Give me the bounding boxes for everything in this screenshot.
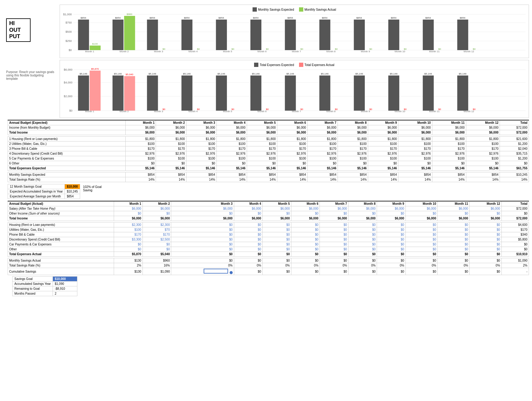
svg-rect-129 [457,75,468,111]
savings-rate-act-row: Total Savings Rate (%) 2%16%0% 0%0%0% 0%… [8,263,529,268]
svg-text:$5,146: $5,146 [114,72,122,75]
svg-text:Month 1: Month 1 [85,50,94,53]
savings-rate-exp-row: Total Savings Rate (%) 14%14%14% 14%14%1… [8,177,529,182]
svg-rect-94 [216,75,227,111]
svg-rect-41 [320,20,331,50]
svg-rect-119 [388,75,399,111]
expected-header-row: Annual Budget (Expected) Month 1 Month 2… [8,120,529,125]
svg-text:$0: $0 [68,49,72,52]
annual-actual-table: Annual Budget (Actual) Month 1 Month 2 M… [8,201,529,275]
svg-rect-81 [124,76,135,111]
svg-text:$5,146: $5,146 [424,72,432,75]
svg-text:$854: $854 [460,17,466,19]
svg-text:$5,146: $5,146 [252,72,260,75]
savings-goal-table: 12 Month Savings Goal $10,000 Expected A… [8,184,80,199]
actual-header-row: Annual Budget (Actual) Month 1 Month 2 M… [8,201,529,206]
avg-value: $854 [65,194,80,199]
svg-text:$5,146: $5,146 [390,72,398,75]
cumulative-input[interactable] [204,269,228,274]
svg-text:Month 7: Month 7 [292,50,301,53]
svg-rect-79 [113,75,124,111]
goal-label: 12 Month Savings Goal [8,184,65,189]
logo: HI OUT PUT [6,18,31,42]
summary-months-row: Months Passed 2 [13,291,77,296]
accumulated-pct: 102% of Goal [83,185,102,189]
svg-rect-99 [250,75,261,111]
phone-act-row: Phone Bill & Cable $170$170$0 $0$0$0 $0$… [8,232,529,237]
goal-value[interactable]: $10,000 [65,184,80,189]
chart2-legend: Total Expenses Expected Total Expenses A… [62,63,526,67]
avg-note: Saving [83,189,102,192]
svg-text:$854: $854 [115,17,121,19]
svg-text:Month 3: Month 3 [154,50,163,53]
monthly-savings-exp-row: Monthly Savings Expected $854$854$854 $8… [8,172,529,177]
bottom-summary: Savings Goal $10,000 Accumulated Savings… [12,276,529,296]
accumulated-value: $10,245 [65,189,80,194]
svg-text:Month 12: Month 12 [464,50,474,53]
svg-text:$5,146: $5,146 [149,72,157,75]
svg-text:$854: $854 [357,17,362,19]
svg-rect-124 [423,75,434,111]
tables-area: Annual Budget (Expected) Month 1 Month 2… [8,120,529,296]
svg-text:$1,000: $1,000 [63,13,72,16]
svg-text:Month 6: Month 6 [257,110,267,112]
utilities-exp-row: 2 Utilities (Water, Gas, Etc.) $100$100$… [8,142,529,146]
summary-remaining-row: Remaining to Goal -$8,910 [13,286,77,291]
svg-text:Month 2: Month 2 [120,50,129,53]
svg-text:Month 3: Month 3 [154,110,163,112]
other-income-row: Other Income (Sum of other sources) $0$0… [8,211,529,216]
legend-actual-color [299,7,303,12]
svg-rect-76 [90,71,101,111]
expenses-chart: Total Expenses Expected Total Expenses A… [60,60,529,118]
savings-goal-area: 12 Month Savings Goal $10,000 Expected A… [8,184,529,199]
svg-rect-26 [216,20,227,50]
other-exp-row: 6 Other $0$0$0 $0$0$0 $0$0$0 $0$0$0 $0 [8,161,529,166]
svg-text:$0: $0 [69,109,72,112]
total-expenses-exp-row: Total Expenses Expected $5,146$5,146$5,1… [8,166,529,171]
housing-exp-row: 1 Housing (Rent or Loan payments) $1,800… [8,137,529,142]
housing-act-row: Housing (Rent or Loan payments) $2,300$2… [8,223,529,227]
svg-rect-84 [147,75,158,111]
svg-rect-46 [354,20,365,50]
svg-text:$5,146: $5,146 [79,72,87,75]
svg-text:Month 5: Month 5 [223,110,232,112]
phone-exp-row: 3 Phone Bill & Cable $170$170$170 $170$1… [8,146,529,151]
bar-act-m1 [90,46,101,50]
other-act-row: Other $0$0$0 $0$0$0 $0$0$0 $0$0$0 $0 [8,247,529,252]
charts-area: Monthly Savings Expected Monthly Savings… [60,5,529,118]
annual-expected-table: Annual Budget (Expected) Month 1 Month 2… [8,120,529,182]
summary-savings-goal-label: Savings Goal [13,277,53,281]
bottom-summary-table: Savings Goal $10,000 Accumulated Savings… [12,276,77,296]
goal-info: 102% of Goal Saving [83,184,102,192]
svg-rect-104 [285,75,296,111]
cumulative-dot [230,271,233,274]
legend-exp-expected: Total Expenses Expected [254,63,294,67]
svg-text:Month 6: Month 6 [257,50,267,53]
svg-text:Month 8: Month 8 [327,50,336,53]
svg-text:$854: $854 [391,17,397,19]
svg-rect-36 [285,20,296,50]
svg-text:$854: $854 [150,17,155,19]
svg-text:Month 5: Month 5 [223,50,232,53]
goal-row: 12 Month Savings Goal $10,000 [8,184,80,189]
legend-actual: Monthly Savings Actual [299,7,336,12]
svg-text:Month 9: Month 9 [361,110,370,112]
summary-savings-goal-value[interactable]: $10,000 [53,277,77,281]
summary-savings-goal-row: Savings Goal $10,000 [13,277,77,281]
svg-rect-89 [182,75,193,111]
svg-rect-56 [423,20,434,50]
accumulated-label: Expected Accumulated Savings in Year [8,189,65,194]
svg-text:Month 12: Month 12 [464,110,474,112]
bar-exp-m2 [113,20,124,50]
car-act-row: Car Payments & Car Expenses $0$0$0 $0$0$… [8,242,529,247]
avg-row: Expected Average Savings per Month $854 [8,194,80,199]
cumulative-row: Cumulative Savings $130$1,090 $0$0$0 $0$… [8,268,529,275]
svg-text:$5,146: $5,146 [286,72,294,75]
chart1-svg: $0 $250 $500 $750 $1,000 $854 $130 Month… [62,13,526,53]
car-exp-row: 5 Car Payments & Car Expenses $100$100$1… [8,156,529,161]
svg-text:$854: $854 [219,17,224,19]
legend-exp-actual: Total Expenses Actual [299,63,334,67]
chart2-svg: $0 $2,000 $4,000 $6,000 $5,146 $5,870 Mo… [62,68,526,112]
salary-row: Salary (After Tax Take Home Pay) $6,000$… [8,206,529,211]
svg-text:Month 4: Month 4 [189,110,198,112]
